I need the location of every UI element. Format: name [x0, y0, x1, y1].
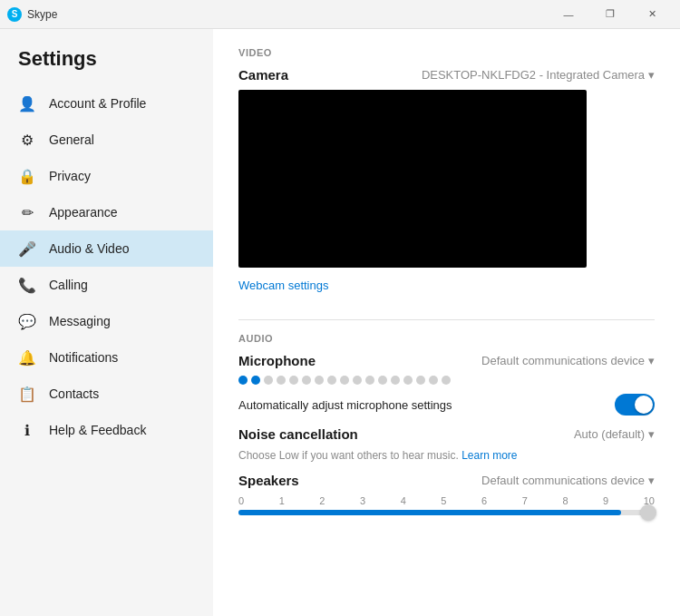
sidebar-item-label-privacy: Privacy — [49, 169, 91, 183]
noise-description: Choose Low if you want others to hear mu… — [238, 449, 655, 462]
mic-dot-1 — [251, 376, 260, 385]
sidebar-item-label-calling: Calling — [49, 278, 88, 292]
mic-dot-4 — [289, 376, 298, 385]
mic-dot-8 — [340, 376, 349, 385]
slider-label-8: 8 — [562, 495, 568, 506]
mic-dot-2 — [264, 376, 273, 385]
volume-slider-container: 012345678910 — [238, 495, 655, 515]
appearance-icon: ✏ — [18, 203, 36, 221]
camera-preview — [238, 90, 587, 268]
noise-dropdown-icon: ▾ — [648, 427, 655, 441]
sidebar-item-general[interactable]: ⚙ General — [0, 122, 213, 158]
slider-label-9: 9 — [603, 495, 608, 506]
notifications-icon: 🔔 — [18, 348, 36, 367]
slider-labels: 012345678910 — [238, 495, 655, 506]
close-button[interactable]: ✕ — [631, 0, 673, 29]
slider-label-5: 5 — [441, 495, 446, 506]
noise-cancellation-value[interactable]: Auto (default) ▾ — [574, 427, 655, 441]
sidebar-item-label-notifications: Notifications — [49, 350, 118, 365]
slider-label-2: 2 — [319, 495, 325, 506]
microphone-row: Microphone Default communications device… — [238, 353, 655, 368]
microphone-level-indicator — [238, 376, 655, 385]
mic-dot-16 — [442, 376, 451, 385]
slider-label-6: 6 — [481, 495, 487, 506]
content-pane: VIDEO Camera DESKTOP-NKLFDG2 - Integrate… — [213, 29, 680, 616]
divider-audio — [238, 319, 655, 320]
toggle-knob — [635, 396, 653, 414]
mic-dot-15 — [429, 376, 438, 385]
speakers-value[interactable]: Default communications device ▾ — [481, 474, 655, 487]
mic-dot-9 — [353, 376, 362, 385]
mic-dot-6 — [315, 376, 324, 385]
app-icon: S — [7, 7, 22, 22]
audio-section-label: AUDIO — [238, 333, 655, 344]
learn-more-link[interactable]: Learn more — [461, 449, 517, 462]
slider-label-3: 3 — [360, 495, 365, 506]
sidebar-item-account[interactable]: 👤 Account & Profile — [0, 85, 213, 122]
microphone-value[interactable]: Default communications device ▾ — [481, 354, 655, 367]
volume-slider-fill — [238, 510, 621, 515]
noise-cancellation-label: Noise cancellation — [238, 426, 358, 442]
camera-row: Camera DESKTOP-NKLFDG2 - Integrated Came… — [238, 67, 655, 83]
app-icon-letter: S — [12, 9, 18, 19]
sidebar: Settings 👤 Account & Profile ⚙ General 🔒… — [0, 29, 213, 616]
sidebar-item-privacy[interactable]: 🔒 Privacy — [0, 158, 213, 194]
messaging-icon: 💬 — [18, 312, 36, 330]
mic-dot-10 — [365, 376, 374, 385]
sidebar-item-calling[interactable]: 📞 Calling — [0, 267, 213, 303]
sidebar-item-label-help: Help & Feedback — [49, 423, 146, 437]
volume-slider-track[interactable] — [238, 510, 655, 515]
sidebar-item-notifications[interactable]: 🔔 Notifications — [0, 339, 213, 376]
webcam-settings-link[interactable]: Webcam settings — [238, 279, 328, 292]
sidebar-item-label-messaging: Messaging — [49, 314, 111, 328]
camera-dropdown-icon: ▾ — [648, 68, 655, 82]
microphone-dropdown-icon: ▾ — [648, 354, 655, 367]
auto-adjust-row: Automatically adjust microphone settings — [238, 394, 655, 416]
mic-dot-0 — [238, 376, 248, 385]
speakers-label: Speakers — [238, 473, 299, 488]
noise-cancellation-row: Noise cancellation Auto (default) ▾ Choo… — [238, 426, 655, 462]
slider-label-7: 7 — [522, 495, 528, 506]
video-section-label: VIDEO — [238, 47, 655, 58]
mic-dot-11 — [378, 376, 387, 385]
auto-adjust-toggle[interactable] — [615, 394, 655, 416]
sidebar-item-messaging[interactable]: 💬 Messaging — [0, 303, 213, 339]
app-body: Settings 👤 Account & Profile ⚙ General 🔒… — [0, 29, 680, 616]
sidebar-item-label-contacts: Contacts — [49, 386, 99, 401]
general-icon: ⚙ — [18, 131, 36, 149]
auto-adjust-label: Automatically adjust microphone settings — [238, 398, 452, 412]
minimize-button[interactable]: — — [548, 0, 589, 29]
app-title: Skype — [27, 8, 548, 21]
sidebar-item-contacts[interactable]: 📋 Contacts — [0, 376, 213, 412]
slider-label-4: 4 — [401, 495, 406, 506]
slider-label-0: 0 — [238, 495, 244, 506]
mic-dot-13 — [403, 376, 413, 385]
sidebar-item-label-audio-video: Audio & Video — [49, 241, 129, 256]
speakers-row: Speakers Default communications device ▾ — [238, 473, 655, 488]
sidebar-item-appearance[interactable]: ✏ Appearance — [0, 194, 213, 230]
sidebar-item-help[interactable]: ℹ Help & Feedback — [0, 412, 213, 448]
titlebar: S Skype — ❐ ✕ — [0, 0, 680, 29]
sidebar-item-audio-video[interactable]: 🎤 Audio & Video — [0, 230, 213, 267]
sidebar-item-label-appearance: Appearance — [49, 205, 118, 220]
camera-label: Camera — [238, 67, 288, 83]
mic-dot-14 — [416, 376, 425, 385]
mic-dot-3 — [277, 376, 286, 385]
mic-dot-5 — [302, 376, 311, 385]
contacts-icon: 📋 — [18, 385, 36, 403]
privacy-icon: 🔒 — [18, 167, 36, 185]
maximize-button[interactable]: ❐ — [589, 0, 631, 29]
microphone-label: Microphone — [238, 353, 316, 368]
help-icon: ℹ — [18, 421, 36, 439]
camera-value[interactable]: DESKTOP-NKLFDG2 - Integrated Camera ▾ — [422, 68, 655, 82]
account-icon: 👤 — [18, 94, 36, 112]
sidebar-item-label-account: Account & Profile — [49, 96, 146, 111]
window-controls: — ❐ ✕ — [548, 0, 673, 29]
volume-slider-thumb[interactable] — [640, 504, 656, 521]
sidebar-title: Settings — [0, 38, 213, 85]
audio-video-icon: 🎤 — [18, 240, 36, 258]
calling-icon: 📞 — [18, 276, 36, 294]
sidebar-item-label-general: General — [49, 132, 94, 147]
mic-dot-7 — [327, 376, 336, 385]
slider-label-1: 1 — [279, 495, 285, 506]
